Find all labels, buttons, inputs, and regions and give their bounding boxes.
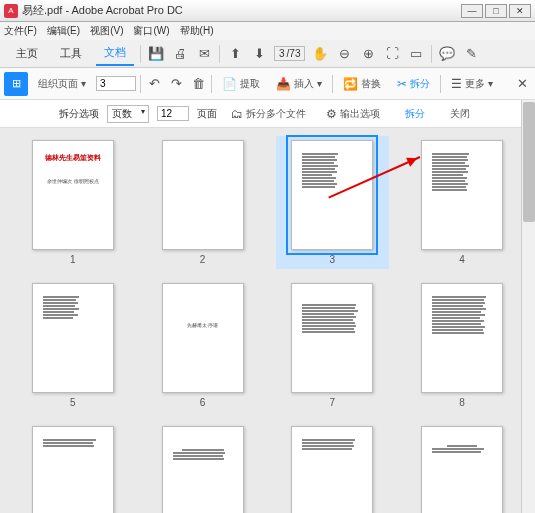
sign-icon[interactable]: ✎ bbox=[462, 45, 480, 63]
comment-icon[interactable]: 💬 bbox=[438, 45, 456, 63]
split-option-label: 拆分选项 bbox=[59, 107, 99, 121]
page-thumb[interactable]: 先赫甫太·序谱 6 bbox=[150, 283, 256, 408]
scrollbar[interactable] bbox=[521, 100, 535, 513]
page-indicator[interactable]: 3 /73 bbox=[274, 46, 305, 61]
page-input[interactable] bbox=[96, 76, 136, 91]
page-number: 4 bbox=[459, 254, 465, 265]
page-thumb[interactable]: 4 bbox=[409, 140, 515, 265]
page-number: 5 bbox=[70, 397, 76, 408]
split-count-input[interactable] bbox=[157, 106, 189, 121]
separator bbox=[140, 75, 141, 93]
page-thumb[interactable]: 10 bbox=[150, 426, 256, 513]
page-thumb[interactable]: 12 bbox=[409, 426, 515, 513]
tab-document[interactable]: 文档 bbox=[96, 41, 134, 66]
separator bbox=[140, 45, 141, 63]
page-number: 1 bbox=[70, 254, 76, 265]
page-number: 8 bbox=[459, 397, 465, 408]
page-total: /73 bbox=[287, 48, 301, 59]
close-button[interactable]: ✕ bbox=[509, 4, 531, 18]
split-mode-select[interactable]: 页数 bbox=[107, 105, 149, 123]
delete-icon[interactable]: 🗑 bbox=[189, 75, 207, 93]
print-icon[interactable]: 🖨 bbox=[171, 45, 189, 63]
extract-icon: 📄 bbox=[222, 77, 237, 91]
zoom-in-icon[interactable]: ⊕ bbox=[359, 45, 377, 63]
split-button[interactable]: ✂拆分 bbox=[391, 74, 436, 94]
insert-icon: 📥 bbox=[276, 77, 291, 91]
tab-home[interactable]: 主页 bbox=[8, 42, 46, 65]
pages-label: 页面 bbox=[197, 107, 217, 121]
files-icon: 🗂 bbox=[231, 107, 243, 121]
gear-icon: ⚙ bbox=[326, 107, 337, 121]
do-split-button[interactable]: 拆分 bbox=[394, 104, 436, 124]
page-thumb[interactable]: 德林先生易筮资料余世仲编次 徐明照校点 1 bbox=[20, 140, 126, 265]
save-icon[interactable]: 💾 bbox=[147, 45, 165, 63]
page-thumb[interactable]: 9 bbox=[20, 426, 126, 513]
separator bbox=[440, 75, 441, 93]
output-options-button[interactable]: ⚙输出选项 bbox=[320, 104, 386, 124]
scissors-icon: ✂ bbox=[397, 77, 407, 91]
separator bbox=[431, 45, 432, 63]
menu-window[interactable]: 窗口(W) bbox=[133, 24, 169, 38]
rotate-left-icon[interactable]: ↶ bbox=[145, 75, 163, 93]
organize-icon: ⊞ bbox=[4, 72, 28, 96]
app-icon: A bbox=[4, 4, 18, 18]
organize-dropdown[interactable]: 组织页面 ▾ bbox=[32, 74, 92, 94]
menu-view[interactable]: 视图(V) bbox=[90, 24, 123, 38]
page-thumb[interactable]: 7 bbox=[280, 283, 386, 408]
maximize-button[interactable]: □ bbox=[485, 4, 507, 18]
close-split-button[interactable]: 关闭 bbox=[444, 104, 476, 124]
close-panel-icon[interactable]: ✕ bbox=[513, 75, 531, 93]
fit-icon[interactable]: ⛶ bbox=[383, 45, 401, 63]
replace-button[interactable]: 🔁替换 bbox=[337, 74, 387, 94]
page-number: 3 bbox=[330, 254, 336, 265]
page-thumb[interactable]: 11 bbox=[280, 426, 386, 513]
menu-edit[interactable]: 编辑(E) bbox=[47, 24, 80, 38]
separator bbox=[219, 45, 220, 63]
insert-button[interactable]: 📥插入▾ bbox=[270, 74, 328, 94]
page-thumb[interactable]: 5 bbox=[20, 283, 126, 408]
mail-icon[interactable]: ✉ bbox=[195, 45, 213, 63]
more-icon: ☰ bbox=[451, 77, 462, 91]
separator bbox=[211, 75, 212, 93]
tab-tools[interactable]: 工具 bbox=[52, 42, 90, 65]
page-down-icon[interactable]: ⬇ bbox=[250, 45, 268, 63]
menu-help[interactable]: 帮助(H) bbox=[180, 24, 214, 38]
rotate-right-icon[interactable]: ↷ bbox=[167, 75, 185, 93]
thumbnail-area: 德林先生易筮资料余世仲编次 徐明照校点 1 2 3 4 5 先赫甫太·序谱 6 … bbox=[0, 128, 535, 513]
page-current: 3 bbox=[279, 48, 285, 59]
split-multi-button[interactable]: 🗂拆分多个文件 bbox=[225, 104, 312, 124]
window-title: 易经.pdf - Adobe Acrobat Pro DC bbox=[22, 3, 459, 18]
page-thumb[interactable]: 8 bbox=[409, 283, 515, 408]
minimize-button[interactable]: — bbox=[461, 4, 483, 18]
zoom-out-icon[interactable]: ⊖ bbox=[335, 45, 353, 63]
replace-icon: 🔁 bbox=[343, 77, 358, 91]
page-number: 2 bbox=[200, 254, 206, 265]
view-icon[interactable]: ▭ bbox=[407, 45, 425, 63]
extract-button[interactable]: 📄提取 bbox=[216, 74, 266, 94]
more-button[interactable]: ☰更多▾ bbox=[445, 74, 499, 94]
page-thumb-selected[interactable]: 3 bbox=[276, 136, 390, 269]
separator bbox=[332, 75, 333, 93]
scroll-thumb[interactable] bbox=[523, 102, 535, 222]
page-up-icon[interactable]: ⬆ bbox=[226, 45, 244, 63]
page-thumb[interactable]: 2 bbox=[150, 140, 256, 265]
page-number: 6 bbox=[200, 397, 206, 408]
page-number: 7 bbox=[330, 397, 336, 408]
hand-icon[interactable]: ✋ bbox=[311, 45, 329, 63]
menu-file[interactable]: 文件(F) bbox=[4, 24, 37, 38]
